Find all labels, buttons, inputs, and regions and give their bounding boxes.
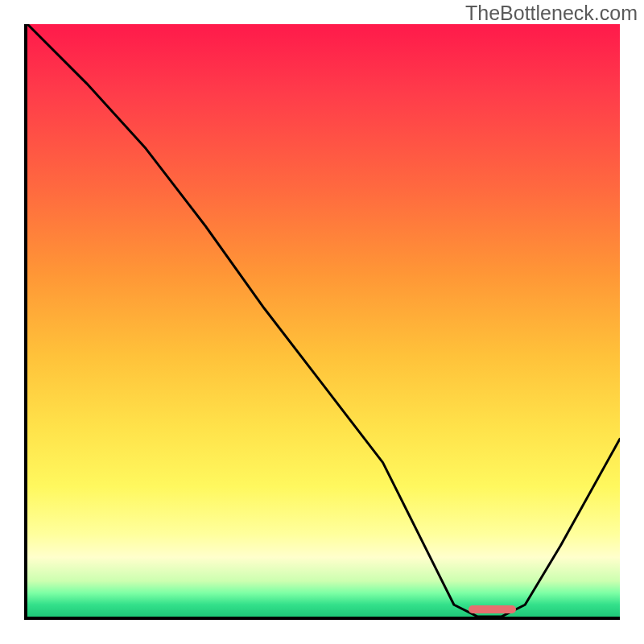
optimal-range-marker	[469, 605, 516, 613]
watermark-text: TheBottleneck.com	[465, 2, 638, 25]
chart-frame: TheBottleneck.com	[0, 0, 644, 644]
plot-area	[24, 24, 620, 620]
bottleneck-curve	[27, 24, 620, 617]
